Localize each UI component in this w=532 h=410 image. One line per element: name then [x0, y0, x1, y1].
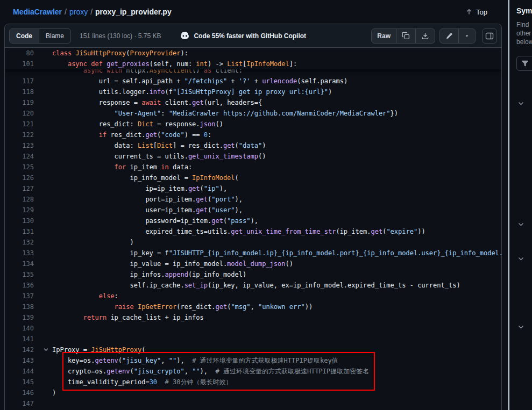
file-toolbar: Code Blame 151 lines (130 loc) · 5.75 KB…: [5, 24, 501, 48]
copilot-banner[interactable]: Code 55% faster with GitHub Copilot: [180, 31, 306, 40]
filter-symbols-input[interactable]: [516, 56, 532, 71]
breadcrumb-repo-link[interactable]: MediaCrawler: [13, 8, 62, 16]
code-line: 133 ip_key = f"JISUHTTP_{ip_info_model.i…: [5, 248, 501, 258]
code-text: current_ts = utils.get_unix_timestamp(): [52, 151, 501, 162]
copy-button[interactable]: [396, 29, 415, 43]
file-meta: 151 lines (130 loc) · 5.75 KB: [80, 32, 161, 40]
code-line: 101 async def get_proxies(self, num: int…: [5, 59, 501, 69]
line-number[interactable]: 134: [5, 258, 52, 269]
code-text: for ip_item in data:: [52, 162, 501, 172]
line-number[interactable]: 145: [5, 377, 52, 387]
symbols-group-chevron-icon[interactable]: [517, 100, 524, 107]
line-number[interactable]: 120: [5, 108, 52, 119]
line-number[interactable]: 144: [5, 366, 52, 377]
line-number[interactable]: 128: [5, 194, 52, 205]
code-line: async with httpx.AsyncClient() as client…: [5, 69, 501, 76]
fold-chevron-icon[interactable]: [43, 347, 49, 353]
code-text: class JiSuHttpProxy(ProxyProvider):: [52, 48, 501, 59]
code-line: 125 for ip_item in data:: [5, 162, 501, 172]
code-text: [52, 334, 501, 344]
symbols-group-chevron-icon[interactable]: [517, 255, 524, 262]
line-number[interactable]: 121: [5, 119, 52, 130]
download-icon: [421, 32, 429, 40]
line-number[interactable]: 122: [5, 130, 52, 140]
code-line: 144 crypto=os.getenv("jisu_crypto", ""),…: [5, 366, 501, 377]
code-text: [52, 398, 501, 409]
download-button[interactable]: [415, 29, 435, 43]
code-text: user=ip_item.get("user"),: [52, 205, 501, 215]
line-number[interactable]: 139: [5, 312, 52, 323]
code-text: url = self.api_path + "/fetchips" + '?' …: [52, 76, 501, 87]
breadcrumb-separator: /: [65, 8, 67, 16]
code-line: 117 url = self.api_path + "/fetchips" + …: [5, 76, 501, 87]
code-text: [52, 323, 501, 334]
copy-icon: [402, 32, 410, 40]
line-number[interactable]: 125: [5, 162, 52, 172]
line-number[interactable]: 142: [5, 344, 52, 355]
code-line: 118 utils.logger.info(f"[JiSuHttpProxy] …: [5, 87, 501, 97]
symbols-group-chevron-icon[interactable]: [517, 221, 524, 228]
line-number[interactable]: 130: [5, 215, 52, 226]
code-text: IpProxy = JiSuHttpProxy(: [52, 344, 501, 355]
line-number[interactable]: 119: [5, 97, 52, 108]
line-number[interactable]: 141: [5, 334, 52, 344]
code-line: 136 self.ip_cache.set_ip(ip_key, ip_valu…: [5, 280, 501, 291]
scroll-to-top-button[interactable]: Top: [462, 6, 491, 18]
symbols-panel-description: Find other below: [516, 20, 532, 46]
code-panel: Code Blame 151 lines (130 loc) · 5.75 KB…: [4, 24, 502, 410]
line-number[interactable]: 131: [5, 226, 52, 237]
code-line: 143 key=os.getenv("jisu_key", ""), # 通过环…: [5, 355, 501, 366]
code-text: expired_time_ts=utils.get_unix_time_from…: [52, 226, 501, 237]
code-line: 129 user=ip_item.get("user"),: [5, 205, 501, 215]
line-number[interactable]: 129: [5, 205, 52, 215]
code-text: port=ip_item.get("port"),: [52, 194, 501, 205]
code-line: 141: [5, 334, 501, 344]
arrow-up-icon: [465, 8, 473, 16]
code-line: 132 ): [5, 237, 501, 248]
line-number[interactable]: 80: [5, 48, 52, 59]
code-text: ip_key = f"JISUHTTP_{ip_info_model.ip}_{…: [52, 248, 501, 258]
code-line: 124 current_ts = utils.get_unix_timestam…: [5, 151, 501, 162]
pencil-icon: [445, 32, 453, 40]
tab-blame[interactable]: Blame: [39, 29, 70, 43]
line-number[interactable]: 143: [5, 355, 52, 366]
main-column: MediaCrawler/proxy/proxy_ip_provider.py …: [0, 0, 508, 410]
code-line: 126 ip_info_model = IpInfoModel(: [5, 172, 501, 183]
line-number[interactable]: 127: [5, 183, 52, 194]
line-number[interactable]: 124: [5, 151, 52, 162]
line-number[interactable]: 146: [5, 387, 52, 398]
line-number[interactable]: 138: [5, 301, 52, 312]
line-number[interactable]: 147: [5, 398, 52, 409]
breadcrumb-filename: proxy_ip_provider.py: [95, 8, 172, 16]
line-number[interactable]: [5, 69, 52, 76]
page: MediaCrawler/proxy/proxy_ip_provider.py …: [0, 0, 532, 410]
line-number[interactable]: 133: [5, 248, 52, 258]
symbols-group-chevron-icon[interactable]: [517, 323, 524, 330]
line-number[interactable]: 123: [5, 140, 52, 151]
code-line: 145 time_validity_period=30 # 30分钟（最长时效）: [5, 377, 501, 387]
description-line: Find: [516, 20, 532, 29]
symbols-panel-button[interactable]: [482, 28, 497, 44]
line-number[interactable]: 137: [5, 291, 52, 301]
raw-button[interactable]: Raw: [372, 29, 396, 43]
edit-dropdown-button[interactable]: [458, 29, 475, 43]
code-text: ip_value = ip_info_model.model_dump_json…: [52, 258, 501, 269]
code-line: 146): [5, 387, 501, 398]
code-text: if res_dict.get("code") == 0:: [52, 130, 501, 140]
code-blame-switch: Code Blame: [9, 28, 71, 44]
line-number[interactable]: 117: [5, 76, 52, 87]
sticky-context-lines: 80class JiSuHttpProxy(ProxyProvider):101…: [5, 48, 501, 69]
line-number[interactable]: 118: [5, 87, 52, 97]
symbols-panel-icon: [485, 32, 494, 40]
code-text: else:: [52, 291, 501, 301]
breadcrumb-folder-link[interactable]: proxy: [69, 8, 88, 16]
line-number[interactable]: 140: [5, 323, 52, 334]
line-number[interactable]: 101: [5, 59, 52, 69]
code-text: ): [52, 387, 501, 398]
line-number[interactable]: 136: [5, 280, 52, 291]
line-number[interactable]: 132: [5, 237, 52, 248]
tab-code[interactable]: Code: [10, 29, 39, 43]
edit-button[interactable]: [440, 29, 458, 43]
line-number[interactable]: 135: [5, 269, 52, 280]
line-number[interactable]: 126: [5, 172, 52, 183]
